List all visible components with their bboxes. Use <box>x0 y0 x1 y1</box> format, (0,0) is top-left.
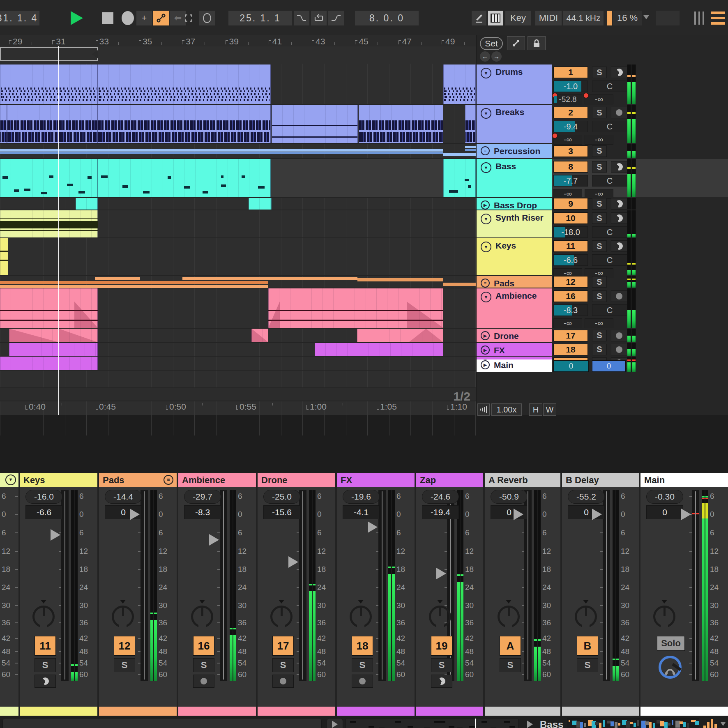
track-lane-mainrow[interactable] <box>0 388 476 401</box>
pan-knob-icon[interactable] <box>611 67 627 78</box>
main-pan-field[interactable]: 0 <box>592 360 626 372</box>
loop-button[interactable] <box>311 11 327 25</box>
fader-handle[interactable] <box>130 509 140 520</box>
unfold-icon[interactable]: ▶ <box>481 360 490 369</box>
unfold-icon[interactable]: ▶ <box>481 346 490 355</box>
bass-clip[interactable] <box>59 159 98 197</box>
track-header-drone[interactable]: ▶Drone <box>477 329 552 342</box>
fader-handle[interactable] <box>209 534 219 546</box>
track-header-keys[interactable]: ▼Keys <box>477 238 552 275</box>
send-b-field[interactable]: -∞ <box>585 318 613 328</box>
mixer-view-icon[interactable] <box>694 12 705 25</box>
breaks-clip[interactable] <box>98 105 271 143</box>
device-chain-thumbnails[interactable] <box>567 718 699 728</box>
track-number[interactable]: 9 <box>553 198 588 210</box>
breaks-clip[interactable] <box>272 105 358 143</box>
send-b-field[interactable]: -∞ <box>585 189 613 199</box>
cpu-dropdown-arrow[interactable] <box>643 15 649 19</box>
pan-field[interactable]: C <box>592 254 627 266</box>
track-lane-keys[interactable] <box>0 238 476 276</box>
solo-button[interactable]: S <box>592 198 607 210</box>
fx-clip[interactable] <box>315 343 443 356</box>
track-header-bass-drop[interactable]: ▶Bass Drop <box>477 198 552 210</box>
peak-level-display[interactable]: -19.6 <box>343 490 380 504</box>
track-header-main[interactable]: ▶Main <box>477 359 552 372</box>
arm-dot-icon[interactable] <box>611 344 627 355</box>
track-number[interactable]: 11 <box>553 240 588 252</box>
audition-waveform-button[interactable] <box>477 403 490 416</box>
mixer-strip-header[interactable]: Pads≡ <box>99 473 177 487</box>
volume-field[interactable]: -7.7 <box>553 175 588 187</box>
arm-dot-icon[interactable] <box>611 330 627 341</box>
cue-volume-knob[interactable] <box>659 656 682 679</box>
pads-clip[interactable] <box>0 281 268 284</box>
percussion-clip[interactable] <box>0 149 443 152</box>
menu-icon[interactable] <box>711 12 725 25</box>
mixer-strip-header[interactable]: Zap <box>416 473 483 487</box>
pan-knob-icon[interactable] <box>611 212 627 224</box>
midi-map-mode-button[interactable]: MIDI <box>535 11 562 25</box>
drone-clip[interactable] <box>59 329 98 342</box>
fader-handle[interactable] <box>592 509 602 520</box>
solo-button[interactable]: S <box>592 161 607 173</box>
fold-icon[interactable]: ▼ <box>481 292 491 302</box>
peak-level-display[interactable]: -55.2 <box>568 490 605 504</box>
strip-volume-field[interactable]: -8.3 <box>184 505 221 519</box>
strip-number[interactable]: 12 <box>114 636 135 656</box>
send-a-field[interactable]: -∞ <box>553 135 582 145</box>
track-number[interactable]: 17 <box>553 330 588 341</box>
mixer-strip-header[interactable]: Drone <box>258 473 335 487</box>
fader-handle[interactable] <box>368 521 378 533</box>
pan-field[interactable]: C <box>592 304 627 316</box>
track-number[interactable]: 2 <box>553 107 588 118</box>
fx-clip[interactable] <box>9 343 98 356</box>
track-number[interactable]: 16 <box>553 290 588 302</box>
peak-level-display[interactable]: -16.0 <box>25 490 62 504</box>
clip-overview-box[interactable] <box>2 718 322 728</box>
percussion-clip[interactable] <box>0 152 443 154</box>
synth-riser-clip[interactable] <box>59 210 98 237</box>
peak-level-display[interactable]: -25.0 <box>263 490 300 504</box>
track-lane-empty[interactable] <box>0 371 476 388</box>
key-map-mode-button[interactable]: Key <box>505 11 531 25</box>
mixer-strip-header[interactable]: Main <box>640 473 728 487</box>
mixer-strip-header[interactable]: Ambience <box>178 473 256 487</box>
solo-button[interactable]: S <box>592 276 607 288</box>
bass-drop-clip[interactable] <box>249 198 272 210</box>
lock-button[interactable] <box>528 36 546 50</box>
strip-volume-field[interactable]: 0 <box>646 505 683 519</box>
solo-button[interactable]: S <box>592 145 607 157</box>
peak-level-display[interactable]: -29.7 <box>184 490 221 504</box>
automation-mode-button[interactable] <box>153 11 169 25</box>
main-solo-button[interactable]: Solo <box>657 636 685 651</box>
zoom-height-button[interactable]: H <box>529 403 542 416</box>
track-number[interactable]: 12 <box>553 276 588 288</box>
drums-clip[interactable] <box>443 65 476 104</box>
track-number[interactable]: 3 <box>553 145 588 157</box>
strip-number[interactable]: 17 <box>272 636 294 656</box>
peak-level-display[interactable]: -50.9 <box>491 490 528 504</box>
strip-number[interactable]: 19 <box>431 636 452 656</box>
volume-field[interactable]: -8.3 <box>553 304 588 316</box>
keys-clip[interactable] <box>0 238 8 275</box>
solo-button[interactable]: S <box>592 67 607 78</box>
track-header-drums[interactable]: ▼Drums <box>477 65 552 104</box>
mixer-strip-header[interactable]: B Delay <box>562 473 639 487</box>
pan-field[interactable]: C <box>592 81 627 92</box>
fold-icon[interactable]: ▼ <box>5 475 16 485</box>
track-number[interactable]: 8 <box>553 161 588 173</box>
arm-dot-icon[interactable] <box>352 675 373 688</box>
strip-solo-button[interactable]: S <box>431 658 452 672</box>
fold-icon[interactable]: ▼ <box>481 242 491 252</box>
fader-handle[interactable] <box>514 509 523 520</box>
drums-clip[interactable] <box>59 65 98 104</box>
arrangement-position[interactable]: 31. 1. 4 <box>0 11 39 25</box>
strip-number[interactable]: B <box>577 636 598 656</box>
loop-length-field[interactable]: 8. 0. 0 <box>355 11 419 25</box>
breaks-clip[interactable] <box>0 105 7 143</box>
peak-level-display[interactable]: -24.6 <box>422 490 459 504</box>
track-header-fx[interactable]: ▶FX <box>477 343 552 356</box>
play-button[interactable] <box>71 11 83 25</box>
strip-volume-field[interactable]: -19.4 <box>422 505 459 519</box>
drums-clip[interactable] <box>98 65 271 104</box>
